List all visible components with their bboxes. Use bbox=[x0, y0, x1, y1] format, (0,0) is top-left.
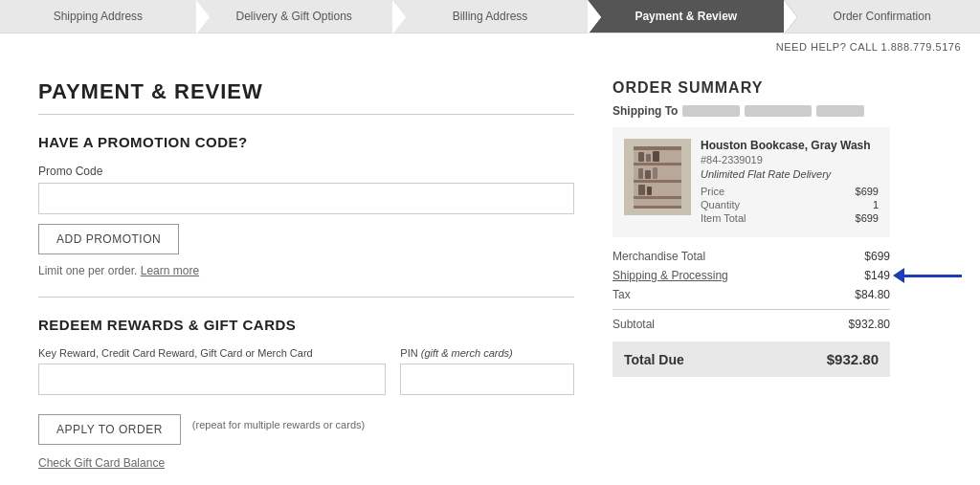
help-bar: NEED HELP? CALL 1.888.779.5176 bbox=[0, 33, 980, 60]
total-due-value: $932.80 bbox=[827, 351, 879, 367]
product-sku: #84-2339019 bbox=[701, 154, 879, 165]
order-summary-title: ORDER SUMMARY bbox=[612, 79, 890, 97]
learn-more-link[interactable]: Learn more bbox=[141, 264, 199, 277]
product-image-svg bbox=[629, 142, 686, 213]
rewards-inputs-row: Key Reward, Credit Card Reward, Gift Car… bbox=[38, 347, 574, 395]
svg-rect-13 bbox=[647, 187, 652, 195]
check-gift-card-link[interactable]: Check Gift Card Balance bbox=[38, 456, 165, 470]
subtotal-row: Subtotal $932.80 bbox=[612, 315, 890, 334]
svg-rect-9 bbox=[638, 168, 643, 179]
product-delivery: Unlimited Flat Rate Delivery bbox=[701, 168, 879, 180]
svg-rect-8 bbox=[653, 151, 659, 162]
product-image bbox=[624, 139, 691, 215]
total-due-box: Total Due $932.80 bbox=[612, 342, 890, 377]
shipping-name-blurred-1 bbox=[682, 105, 740, 117]
repeat-note: (repeat for multiple rewards or cards) bbox=[192, 419, 365, 430]
tax-row: Tax $84.80 bbox=[612, 285, 890, 304]
breadcrumb-step-payment[interactable]: Payment & Review bbox=[588, 0, 784, 33]
promo-code-input[interactable] bbox=[38, 183, 574, 214]
shipping-name-blurred-3 bbox=[816, 105, 864, 117]
promo-section: HAVE A PROMOTION CODE? Promo Code ADD PR… bbox=[38, 134, 574, 277]
svg-rect-12 bbox=[638, 185, 645, 195]
pin-field-label: PIN (gift & merch cards) bbox=[400, 347, 574, 359]
svg-rect-6 bbox=[638, 152, 644, 162]
svg-rect-5 bbox=[634, 206, 681, 209]
shipping-processing-row: Shipping & Processing $149 bbox=[612, 266, 890, 285]
svg-rect-10 bbox=[645, 170, 651, 179]
svg-rect-2 bbox=[634, 163, 681, 165]
apply-to-order-button[interactable]: APPLY TO ORDER bbox=[38, 414, 181, 445]
rewards-section-title: REDEEM REWARDS & GIFT CARDS bbox=[38, 317, 574, 333]
arrow-head bbox=[893, 268, 904, 283]
breadcrumb-step-billing[interactable]: Billing Address bbox=[392, 0, 589, 33]
breadcrumb-nav: Shipping Address Delivery & Gift Options… bbox=[0, 0, 980, 33]
product-price-row: Price $699 bbox=[701, 186, 879, 197]
product-item-total-row: Item Total $699 bbox=[701, 212, 879, 224]
merchandise-total-row: Merchandise Total $699 bbox=[612, 247, 890, 266]
product-info: Houston Bookcase, Gray Wash #84-2339019 … bbox=[701, 139, 879, 226]
summary-divider bbox=[612, 309, 890, 310]
svg-rect-4 bbox=[634, 196, 681, 199]
left-column: PAYMENT & REVIEW HAVE A PROMOTION CODE? … bbox=[38, 60, 574, 470]
page-title: PAYMENT & REVIEW bbox=[38, 79, 574, 104]
section-divider bbox=[38, 297, 574, 298]
svg-rect-3 bbox=[634, 180, 681, 183]
pin-input[interactable] bbox=[400, 364, 574, 395]
reward-field-label: Key Reward, Credit Card Reward, Gift Car… bbox=[38, 347, 386, 359]
shipping-name-blurred-2 bbox=[745, 105, 812, 117]
pin-field-wrap: PIN (gift & merch cards) bbox=[400, 347, 574, 395]
promo-section-title: HAVE A PROMOTION CODE? bbox=[38, 134, 574, 150]
title-divider bbox=[38, 114, 574, 115]
breadcrumb-step-shipping[interactable]: Shipping Address bbox=[0, 0, 196, 33]
svg-rect-1 bbox=[634, 146, 681, 150]
reward-card-input[interactable] bbox=[38, 364, 386, 395]
svg-rect-7 bbox=[646, 154, 651, 162]
main-content: PAYMENT & REVIEW HAVE A PROMOTION CODE? … bbox=[0, 60, 980, 485]
total-due-label: Total Due bbox=[624, 352, 684, 367]
shipping-processing-link[interactable]: Shipping & Processing bbox=[612, 269, 728, 282]
arrow-annotation bbox=[893, 268, 962, 283]
product-name: Houston Bookcase, Gray Wash bbox=[701, 139, 879, 152]
shipping-to: Shipping To bbox=[612, 104, 890, 118]
product-quantity-row: Quantity 1 bbox=[701, 199, 879, 210]
arrow-line bbox=[904, 275, 962, 277]
right-column: ORDER SUMMARY Shipping To bbox=[612, 60, 890, 470]
rewards-section: REDEEM REWARDS & GIFT CARDS Key Reward, … bbox=[38, 317, 574, 470]
promo-field-label: Promo Code bbox=[38, 165, 574, 178]
add-promotion-button[interactable]: ADD PROMOTION bbox=[38, 224, 179, 254]
svg-rect-11 bbox=[653, 167, 657, 179]
summary-table: Merchandise Total $699 Shipping & Proces… bbox=[612, 247, 890, 334]
apply-row: APPLY TO ORDER (repeat for multiple rewa… bbox=[38, 405, 574, 445]
promo-note: Limit one per order. Learn more bbox=[38, 264, 574, 277]
product-card: Houston Bookcase, Gray Wash #84-2339019 … bbox=[612, 127, 890, 237]
reward-field-wrap: Key Reward, Credit Card Reward, Gift Car… bbox=[38, 347, 386, 395]
breadcrumb-step-confirmation[interactable]: Order Confirmation bbox=[784, 0, 980, 33]
breadcrumb-step-delivery[interactable]: Delivery & Gift Options bbox=[196, 0, 392, 33]
